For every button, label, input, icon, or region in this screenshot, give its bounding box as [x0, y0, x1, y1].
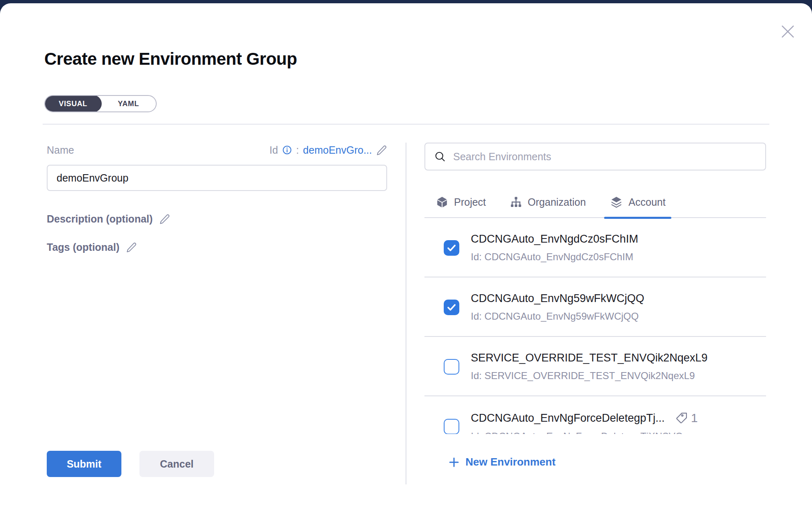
- plus-icon: [448, 457, 460, 468]
- environment-id: Id: CDCNGAuto_EnvNgdCz0sFChIM: [471, 251, 766, 263]
- environment-row[interactable]: CDCNGAuto_EnvNgdCz0sFChIM Id: CDCNGAuto_…: [424, 218, 766, 277]
- create-environment-group-modal: Create new Environment Group VISUAL YAML…: [0, 3, 812, 518]
- tag-icon: [675, 412, 688, 424]
- environment-name: SERVICE_OVERRIDE_TEST_ENVQik2NqexL9: [471, 352, 707, 364]
- tab-project[interactable]: Project: [430, 186, 492, 218]
- tag-count: 1: [691, 411, 698, 425]
- info-icon[interactable]: [282, 145, 292, 155]
- edit-description-pencil-icon[interactable]: [159, 214, 170, 225]
- tab-project-label: Project: [454, 196, 486, 208]
- page-title: Create new Environment Group: [44, 49, 297, 69]
- visual-yaml-toggle: VISUAL YAML: [44, 95, 157, 112]
- environment-name: CDCNGAuto_EnvNg59wFkWCjQQ: [471, 292, 644, 305]
- tab-account-label: Account: [629, 196, 666, 208]
- cancel-button[interactable]: Cancel: [139, 451, 214, 477]
- header-divider: [43, 124, 769, 125]
- id-value[interactable]: demoEnvGro...: [303, 144, 372, 156]
- tag-count-badge: 1: [675, 411, 698, 425]
- tab-organization-label: Organization: [528, 196, 586, 208]
- cube-icon: [436, 196, 448, 208]
- environment-row[interactable]: SERVICE_OVERRIDE_TEST_ENVQik2NqexL9 Id: …: [424, 337, 766, 396]
- search-input[interactable]: [453, 151, 756, 163]
- new-environment-button[interactable]: New Environment: [448, 456, 556, 468]
- panel-divider: [406, 143, 406, 484]
- edit-id-pencil-icon[interactable]: [376, 145, 387, 156]
- scope-tabs: Project Organization: [424, 187, 766, 218]
- toggle-yaml[interactable]: YAML: [101, 96, 156, 111]
- description-row: Description (optional): [47, 213, 387, 225]
- environment-checkbox[interactable]: [444, 240, 459, 256]
- new-environment-label: New Environment: [465, 456, 556, 468]
- id-separator: :: [296, 144, 299, 156]
- name-input[interactable]: [47, 165, 387, 191]
- name-label: Name: [47, 144, 74, 156]
- tab-account[interactable]: Account: [604, 186, 671, 218]
- environment-checkbox[interactable]: [444, 300, 459, 315]
- layers-icon: [610, 195, 623, 209]
- environment-name: CDCNGAuto_EnvNgForceDeletegpTj...: [471, 412, 665, 425]
- id-label: Id: [269, 144, 278, 156]
- close-button[interactable]: [778, 21, 798, 42]
- environment-row[interactable]: CDCNGAuto_EnvNg59wFkWCjQQ Id: CDCNGAuto_…: [424, 277, 766, 337]
- form-actions: Submit Cancel: [47, 451, 214, 477]
- tags-row: Tags (optional): [47, 241, 387, 253]
- environment-name: CDCNGAuto_EnvNgdCz0sFChIM: [471, 233, 638, 245]
- group-form: Name Id : demoEnvGro...: [47, 143, 387, 253]
- id-row: Id : demoEnvGro...: [269, 144, 387, 156]
- environment-list: CDCNGAuto_EnvNgdCz0sFChIM Id: CDCNGAuto_…: [424, 218, 766, 434]
- close-icon: [778, 22, 797, 41]
- environment-id: Id: CDCNGAuto_EnvNgForceDeletegpTjXNSVQ: [471, 431, 766, 434]
- environment-id: Id: SERVICE_OVERRIDE_TEST_ENVQik2NqexL9: [471, 370, 766, 382]
- tags-label: Tags (optional): [47, 241, 119, 253]
- environment-row[interactable]: CDCNGAuto_EnvNgForceDeletegpTj... 1 I: [424, 396, 766, 434]
- environment-picker: Project Organization: [424, 143, 766, 170]
- submit-button[interactable]: Submit: [47, 451, 121, 477]
- toggle-visual[interactable]: VISUAL: [44, 95, 102, 112]
- environment-checkbox[interactable]: [444, 419, 459, 434]
- search-box: [424, 143, 766, 170]
- environment-id: Id: CDCNGAuto_EnvNg59wFkWCjQQ: [471, 311, 766, 322]
- description-label: Description (optional): [47, 213, 153, 225]
- tab-organization[interactable]: Organization: [504, 186, 592, 218]
- edit-tags-pencil-icon[interactable]: [126, 242, 137, 253]
- org-hierarchy-icon: [510, 196, 522, 208]
- environment-checkbox[interactable]: [444, 359, 459, 375]
- search-icon: [434, 151, 446, 162]
